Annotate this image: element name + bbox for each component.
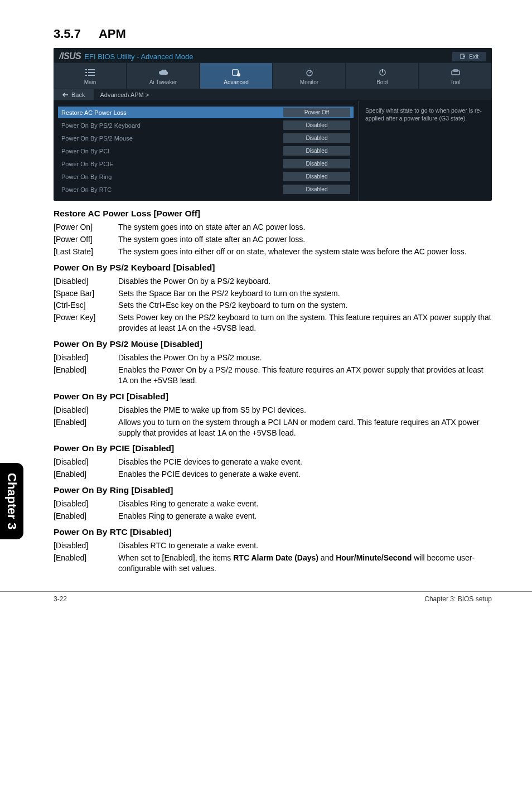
row-pcie-val[interactable]: Disabled: [283, 159, 350, 168]
row-pci[interactable]: Power On By PCI Disabled: [58, 145, 354, 157]
row-ps2-mouse-name: Power On By PS/2 Mouse: [61, 135, 133, 142]
tab-main[interactable]: Main: [54, 62, 127, 89]
tab-ai-tweaker[interactable]: Ai Tweaker: [127, 62, 200, 89]
list-item: [Disabled]Disables the Power On by a PS/…: [54, 276, 492, 287]
tab-advanced[interactable]: Advanced: [200, 62, 273, 89]
exit-button[interactable]: Exit: [452, 52, 486, 61]
row-restore-ac-val[interactable]: Power Off: [283, 108, 350, 117]
opt-desc: The system goes into either off or on st…: [118, 247, 492, 257]
bios-help-panel: Specify what state to go to when power i…: [358, 101, 492, 201]
list-item: [Disabled]Disables Ring to generate a wa…: [54, 499, 492, 509]
bios-screenshot: /ISUS EFI BIOS Utility - Advanced Mode E…: [54, 48, 492, 201]
opt-key: [Space Bar]: [54, 288, 118, 299]
svg-point-8: [237, 73, 240, 76]
list-item: [Disabled]Disables the Power On by a PS/…: [54, 352, 492, 363]
row-ps2-keyboard-val[interactable]: Disabled: [283, 120, 350, 130]
list-item: [Enabled] When set to [Enabled], the ite…: [54, 553, 492, 574]
list-item: [Disabled]Disables the PCIE devices to g…: [54, 457, 492, 467]
row-rtc-val[interactable]: Disabled: [283, 185, 350, 194]
opt-key: [Enabled]: [54, 469, 118, 480]
list-item: [Space Bar]Sets the Space Bar on the PS/…: [54, 288, 492, 299]
list-item: [Disabled]Disables RTC to generate a wak…: [54, 540, 492, 551]
tab-boot[interactable]: Boot: [346, 62, 419, 89]
chapter-side-tab: Chapter 3: [0, 463, 23, 539]
back-button[interactable]: Back: [54, 89, 94, 100]
row-ps2-mouse-val[interactable]: Disabled: [283, 133, 350, 143]
svg-rect-5: [85, 75, 87, 76]
subhead-ps2-mouse: Power On By PS/2 Mouse [Disabled]: [54, 339, 492, 349]
subhead-rtc: Power On By RTC [Disabled]: [54, 527, 492, 537]
opt-desc: Sets the Space Bar on the PS/2 keyboard …: [118, 288, 492, 299]
subhead-restore-ac: Restore AC Power Loss [Power Off]: [54, 209, 492, 219]
subhead-pcie: Power On By PCIE [Disabled]: [54, 443, 492, 453]
opt-key: [Power On]: [54, 222, 118, 233]
subhead-ps2-keyboard: Power On By PS/2 Keyboard [Disabled]: [54, 263, 492, 273]
tab-advanced-label: Advanced: [224, 79, 248, 85]
list-item: [Enabled]Enables the PCIE devices to gen…: [54, 469, 492, 480]
tab-monitor[interactable]: Monitor: [273, 62, 346, 89]
tab-boot-label: Boot: [376, 79, 388, 85]
opt-key: [Disabled]: [54, 405, 118, 416]
list-item: [Power Key]Sets Power key on the PS/2 ke…: [54, 312, 492, 334]
list-item: [Enabled]Enables the Power On by a PS/2 …: [54, 365, 492, 386]
exit-label: Exit: [469, 54, 478, 60]
opt-desc: When set to [Enabled], the items RTC Ala…: [118, 553, 492, 574]
tool-icon: [451, 69, 461, 76]
opt-desc: The system goes into on state after an A…: [118, 222, 492, 233]
tab-tool[interactable]: Tool: [419, 62, 492, 89]
opt-key: [Disabled]: [54, 540, 118, 551]
bios-breadcrumb: Back Advanced\ APM >: [54, 89, 492, 101]
breadcrumb-path: Advanced\ APM >: [94, 89, 154, 100]
opt-desc: Disables the PME to wake up from S5 by P…: [118, 405, 492, 416]
opt-key: [Disabled]: [54, 499, 118, 509]
row-pci-name: Power On By PCI: [61, 148, 109, 154]
opt-key: [Disabled]: [54, 352, 118, 363]
bios-settings-list: Restore AC Power Loss Power Off Power On…: [54, 101, 358, 201]
opt-desc: Sets Power key on the PS/2 keyboard to t…: [118, 312, 492, 334]
cloud-icon: [158, 69, 168, 76]
row-rtc[interactable]: Power On By RTC Disabled: [58, 183, 354, 195]
opt-desc: Sets the Ctrl+Esc key on the PS/2 keyboa…: [118, 300, 492, 311]
row-ps2-mouse[interactable]: Power On By PS/2 Mouse Disabled: [58, 132, 354, 144]
back-arrow-icon: [62, 93, 68, 97]
power-icon: [378, 69, 388, 76]
row-ring-name: Power On By Ring: [61, 173, 112, 180]
row-ps2-keyboard-name: Power On By PS/2 Keyboard: [61, 122, 141, 129]
opt-desc: Enables the Power On by a PS/2 mouse. Th…: [118, 365, 492, 386]
row-ring-val[interactable]: Disabled: [283, 172, 350, 181]
svg-rect-1: [85, 69, 87, 70]
svg-rect-2: [88, 69, 95, 70]
opt-desc: Disables the Power On by a PS/2 keyboard…: [118, 276, 492, 287]
back-label: Back: [71, 91, 85, 98]
bios-titlebar: /ISUS EFI BIOS Utility - Advanced Mode E…: [54, 48, 492, 62]
row-ring[interactable]: Power On By Ring Disabled: [58, 171, 354, 182]
asus-logo: /ISUS: [59, 51, 81, 61]
opt-desc: Allows you to turn on the system through…: [118, 417, 492, 438]
row-pcie[interactable]: Power On By PCIE Disabled: [58, 158, 354, 170]
tab-monitor-label: Monitor: [300, 79, 318, 85]
list-item: [Ctrl-Esc]Sets the Ctrl+Esc key on the P…: [54, 300, 492, 311]
row-pci-val[interactable]: Disabled: [283, 146, 350, 156]
row-ps2-keyboard[interactable]: Power On By PS/2 Keyboard Disabled: [58, 119, 354, 131]
opt-desc: The system goes into off state after an …: [118, 234, 492, 245]
opt-desc: Enables Ring to generate a wake event.: [118, 511, 492, 521]
svg-rect-3: [85, 72, 87, 73]
exit-icon: [460, 54, 466, 59]
list-item: [Power On]The system goes into on state …: [54, 222, 492, 233]
subhead-ring: Power On By Ring [Disabled]: [54, 485, 492, 495]
row-restore-ac[interactable]: Restore AC Power Loss Power Off: [58, 107, 354, 118]
row-rtc-name: Power On By RTC: [61, 186, 112, 193]
section-heading: 3.5.7APM: [54, 27, 492, 41]
svg-rect-4: [88, 72, 95, 73]
opt-key: [Power Off]: [54, 234, 118, 245]
page-footer: 3-22 Chapter 3: BIOS setup: [0, 591, 532, 613]
opt-key: [Disabled]: [54, 276, 118, 287]
list-item: [Disabled]Disables the PME to wake up fr…: [54, 405, 492, 416]
tab-main-label: Main: [84, 79, 96, 85]
opt-desc: Disables the Power On by a PS/2 mouse.: [118, 352, 492, 363]
tab-ai-tweaker-label: Ai Tweaker: [149, 79, 177, 85]
monitor-icon: [304, 69, 315, 76]
section-number: 3.5.7: [54, 27, 81, 41]
row-restore-ac-name: Restore AC Power Loss: [61, 109, 127, 116]
opt-key: [Disabled]: [54, 457, 118, 467]
